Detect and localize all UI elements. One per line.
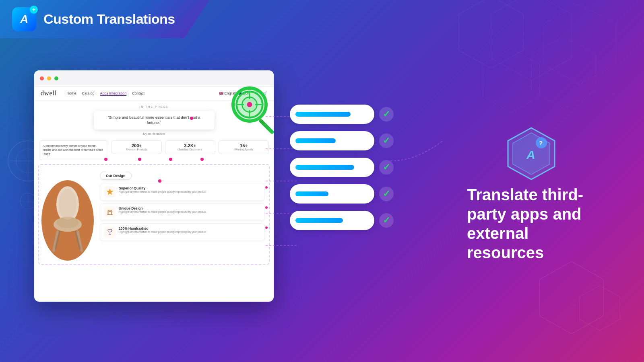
design-section: Our Design Superior Quality Highlight ke… — [34, 164, 274, 265]
check-2: ✓ — [379, 160, 394, 175]
nav-apps[interactable]: Apps Integration — [100, 91, 127, 96]
bar-item-4: ✓ — [290, 211, 394, 230]
bar-item-2: ✓ — [290, 158, 394, 177]
feature-card-1: Unique Design Highlight key information … — [100, 203, 265, 221]
connector-dot-3 — [138, 158, 141, 161]
svg-text:?: ? — [539, 140, 543, 146]
right-side-text: Translate third-party apps and external … — [467, 185, 608, 262]
chair-column — [38, 168, 97, 261]
browser-nav-bar — [34, 70, 274, 86]
svg-marker-3 — [483, 48, 539, 113]
svg-marker-0 — [459, 0, 523, 68]
stat-label-1: Satisfied Customers — [169, 148, 212, 151]
connector-dot-5 — [200, 158, 204, 161]
logo-plus: + — [30, 6, 38, 14]
feature-desc-1: Highlight key information to make people… — [119, 210, 206, 214]
magnifier-icon — [231, 86, 284, 139]
nav-home[interactable]: Home — [67, 91, 76, 95]
hex-icon-area: A ? — [503, 125, 555, 177]
svg-text:A: A — [526, 148, 535, 161]
svg-marker-12 — [539, 261, 604, 334]
bar-pill-1 — [290, 131, 374, 150]
bar-fill-0 — [295, 112, 351, 117]
feature-text-1: Unique Design Highlight key information … — [119, 206, 206, 214]
bar-item-3: ✓ — [290, 184, 394, 204]
bar-pill-3 — [290, 184, 374, 204]
header: A + Custom Translations — [0, 0, 209, 38]
feature-dot-2 — [265, 226, 268, 229]
stat-label-0: Premium Products — [115, 148, 158, 151]
bar-item-1: ✓ — [290, 131, 394, 150]
feature-icon-1 — [104, 206, 116, 218]
feature-dot-0 — [265, 186, 268, 189]
stat-number-1: 3.2K+ — [169, 143, 212, 148]
stat-customers: 3.2K+ Satisfied Customers — [165, 140, 215, 154]
store-logo: dwell — [41, 90, 57, 97]
svg-marker-22 — [107, 189, 113, 195]
feature-text-0: Superior Quality Highlight key informati… — [119, 186, 206, 193]
feature-card-2: 100% Handcrafted Highlight key informati… — [100, 223, 265, 241]
stat-label-2: Winning Awards — [222, 148, 265, 151]
check-1: ✓ — [379, 134, 394, 148]
stat-premium: 200+ Premium Products — [111, 140, 162, 154]
bar-pill-4 — [290, 211, 374, 230]
design-right: Our Design Superior Quality Highlight ke… — [100, 168, 270, 261]
description-box: Compliment every corner of your home, in… — [39, 140, 108, 160]
press-quote-box: "Simple and beautiful home essentials th… — [94, 111, 215, 130]
svg-point-21 — [59, 189, 76, 220]
feature-icon-0 — [104, 186, 116, 197]
magnifier-circle — [231, 86, 268, 123]
feature-card-0: Superior Quality Highlight key informati… — [100, 183, 265, 201]
check-4: ✓ — [379, 213, 394, 228]
bar-fill-4 — [295, 218, 343, 223]
right-heading: Translate third-party apps and external … — [467, 185, 608, 262]
check-3: ✓ — [379, 187, 394, 201]
svg-marker-2 — [543, 4, 616, 84]
check-0: ✓ — [379, 107, 394, 121]
bar-fill-3 — [295, 191, 328, 196]
svg-point-9 — [20, 193, 36, 209]
target-svg — [235, 88, 264, 121]
translation-bars-area: ✓ ✓ ✓ ✓ ✓ — [290, 105, 394, 230]
stat-awards: 15+ Winning Awards — [219, 140, 269, 154]
minimize-dot — [47, 76, 51, 80]
connector-dot-4 — [169, 158, 172, 161]
feature-icon-2 — [104, 226, 116, 238]
nav-catalog[interactable]: Catalog — [82, 91, 95, 95]
bar-fill-1 — [295, 138, 336, 143]
connector-dot-2 — [104, 158, 107, 161]
bg-bottom-decor — [511, 253, 632, 354]
bar-item-0: ✓ — [290, 105, 394, 124]
stats-row: Compliment every corner of your home, in… — [34, 140, 274, 162]
app-title: Custom Translations — [43, 11, 175, 27]
app-logo: A + — [12, 7, 36, 31]
feature-text-2: 100% Handcrafted Highlight key informati… — [119, 226, 206, 234]
feature-title-2: 100% Handcrafted — [119, 226, 206, 230]
svg-marker-4 — [531, 36, 596, 109]
stat-number-0: 200+ — [115, 143, 158, 148]
bar-fill-2 — [295, 165, 354, 170]
chair-circle — [41, 180, 94, 261]
magnifier-handle — [258, 118, 275, 134]
svg-marker-1 — [491, 0, 572, 80]
bar-to-hex-connector — [390, 141, 443, 181]
feature-title-0: Superior Quality — [119, 186, 206, 190]
connector-dot — [190, 117, 193, 120]
press-quote: "Simple and beautiful home essentials th… — [100, 115, 208, 125]
chair-svg — [45, 184, 90, 257]
logo-letter: A — [20, 13, 28, 26]
maximize-dot — [54, 76, 58, 80]
hex-icon-svg: A ? — [503, 125, 559, 189]
nav-contact[interactable]: Contact — [132, 91, 144, 95]
svg-point-30 — [247, 102, 252, 107]
feature-desc-0: Highlight key information to make people… — [119, 190, 206, 193]
svg-marker-13 — [580, 286, 620, 331]
bar-pill-0 — [290, 105, 374, 124]
design-dot — [158, 179, 161, 183]
bar-pill-2 — [290, 158, 374, 177]
feature-title-1: Unique Design — [119, 206, 206, 210]
feature-desc-2: Highlight key information to make people… — [119, 230, 206, 234]
feature-dot-1 — [265, 206, 268, 209]
design-tag: Our Design — [100, 172, 132, 180]
close-dot — [40, 76, 44, 80]
